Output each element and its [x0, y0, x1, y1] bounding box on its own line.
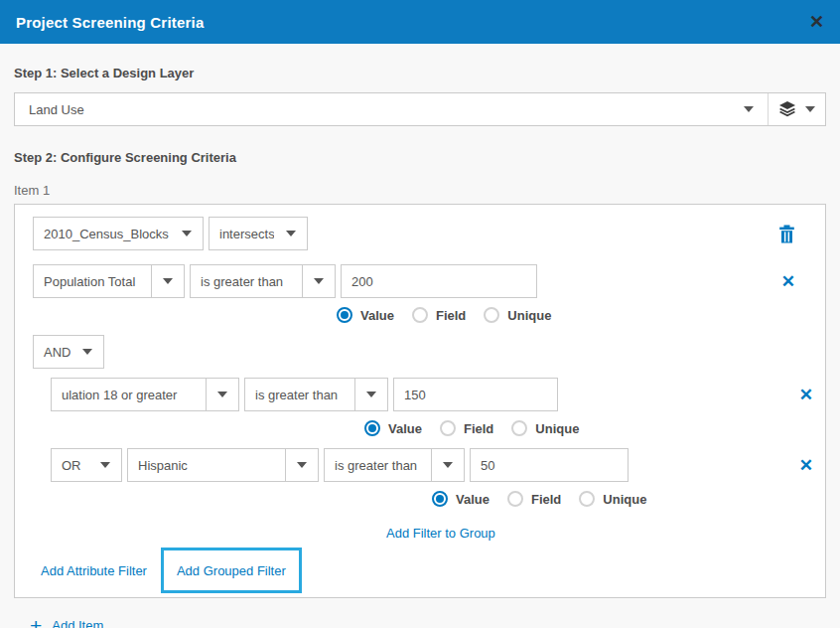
filter1-operator-value: is greater than: [191, 265, 302, 297]
radio-unselected-icon: [412, 307, 428, 323]
radio-selected-icon: [432, 491, 448, 507]
filter1-mode-radios: Value Field Unique: [337, 307, 807, 323]
project-screening-dialog: Project Screening Criteria ✕ Step 1: Sel…: [0, 0, 840, 628]
add-grouped-filter-link[interactable]: Add Grouped Filter: [177, 563, 286, 578]
group-filter1-operator-value: is greater than: [245, 379, 354, 410]
radio-unselected-icon: [511, 420, 527, 436]
radio-unique-label: Unique: [603, 492, 646, 507]
radio-field[interactable]: Field: [440, 420, 493, 436]
radio-unselected-icon: [507, 491, 523, 507]
group-filter2-conjunction-select[interactable]: OR: [51, 448, 122, 482]
radio-field-label: Field: [531, 492, 561, 507]
radio-field[interactable]: Field: [507, 491, 561, 507]
step1-label: Step 1: Select a Design Layer: [14, 66, 826, 80]
delete-item-button[interactable]: [778, 225, 795, 243]
chevron-down-icon: [805, 106, 815, 112]
add-item-row[interactable]: + Add Item: [30, 615, 826, 628]
spatial-filter-row: 2010_Census_Blocks intersects: [33, 217, 807, 250]
chevron-down-icon: [302, 265, 335, 297]
chevron-down-icon: [744, 106, 754, 112]
census-layer-value: 2010_Census_Blocks: [34, 218, 170, 249]
add-item-link[interactable]: Add Item: [52, 618, 103, 628]
dialog-title: Project Screening Criteria: [16, 14, 204, 31]
dialog-body: Step 1: Select a Design Layer Land Use S…: [0, 66, 840, 628]
chevron-down-icon: [170, 218, 203, 249]
filter1-value-input[interactable]: [341, 264, 537, 298]
x-icon: ✕: [799, 387, 813, 403]
group-filter2-operator-select[interactable]: is greater than: [324, 448, 465, 482]
plus-icon: +: [30, 615, 42, 628]
close-icon[interactable]: ✕: [809, 13, 824, 31]
group-filter2-mode-radios: Value Field Unique: [432, 491, 807, 507]
filter-links-row: Add Attribute Filter Add Grouped Filter: [41, 548, 807, 593]
conjunction-row: AND: [33, 335, 807, 369]
radio-selected-icon: [337, 307, 352, 323]
radio-value[interactable]: Value: [364, 420, 422, 436]
step2-label: Step 2: Configure Screening Criteria: [14, 150, 826, 165]
remove-filter1-button[interactable]: ✕: [781, 273, 795, 290]
x-icon: ✕: [781, 273, 795, 290]
add-attribute-filter-link[interactable]: Add Attribute Filter: [41, 563, 147, 578]
group-filter2-operator-value: is greater than: [325, 449, 431, 481]
radio-unique[interactable]: Unique: [511, 420, 579, 436]
conjunction-value: AND: [34, 336, 70, 368]
group-filter2-value-input[interactable]: [470, 448, 629, 482]
group-filter1-mode-radios: Value Field Unique: [364, 420, 807, 436]
item-card: 2010_Census_Blocks intersects: [14, 204, 826, 598]
design-layer-select-row: Land Use: [14, 92, 826, 126]
radio-unique[interactable]: Unique: [484, 307, 551, 323]
group-filter1-field-value: ulation 18 or greater: [52, 379, 206, 410]
radio-unselected-icon: [579, 491, 595, 507]
chevron-down-icon: [354, 379, 387, 410]
census-layer-select[interactable]: 2010_Census_Blocks: [33, 217, 204, 250]
spatial-operator-select[interactable]: intersects: [209, 217, 308, 250]
chevron-down-icon: [285, 449, 318, 481]
filter1-field-select[interactable]: Population Total: [33, 264, 185, 298]
remove-group-filter2-button[interactable]: ✕: [799, 457, 813, 474]
radio-value-label: Value: [388, 421, 422, 436]
radio-unique-label: Unique: [535, 421, 579, 436]
radio-value[interactable]: Value: [432, 491, 490, 507]
radio-field-label: Field: [436, 308, 466, 323]
radio-value-label: Value: [360, 308, 394, 323]
group-filter1-field-select[interactable]: ulation 18 or greater: [51, 378, 239, 411]
radio-unselected-icon: [484, 307, 499, 323]
layers-icon: [778, 101, 796, 117]
group-filter2-field-value: Hispanic: [128, 449, 285, 481]
group-filter1-row: ulation 18 or greater is greater than ✕: [51, 378, 807, 411]
radio-field-label: Field: [464, 421, 493, 436]
radio-unique-label: Unique: [507, 308, 551, 323]
group-filter2-field-select[interactable]: Hispanic: [127, 448, 319, 482]
layer-options-button[interactable]: [768, 93, 825, 125]
dialog-header: Project Screening Criteria ✕: [0, 0, 840, 44]
group-filter1-operator-select[interactable]: is greater than: [244, 378, 388, 411]
design-layer-value: Land Use: [29, 102, 84, 117]
attribute-filter-row: Population Total is greater than ✕: [33, 264, 807, 298]
radio-selected-icon: [364, 420, 380, 436]
chevron-down-icon: [431, 449, 464, 481]
add-filter-to-group-row: Add Filter to Group: [386, 524, 807, 542]
add-filter-to-group-link[interactable]: Add Filter to Group: [386, 526, 495, 541]
radio-value[interactable]: Value: [337, 307, 394, 323]
chevron-down-icon: [206, 379, 238, 410]
group-filter2-row: OR Hispanic is greater than ✕: [51, 448, 807, 482]
design-layer-select[interactable]: Land Use: [15, 93, 768, 125]
chevron-down-icon: [274, 218, 307, 249]
group-filter1-value-input[interactable]: [393, 378, 558, 411]
grouped-filters: ulation 18 or greater is greater than ✕: [51, 378, 807, 542]
highlight-box: Add Grouped Filter: [161, 548, 302, 593]
radio-unique[interactable]: Unique: [579, 491, 646, 507]
group-filter2-conjunction-value: OR: [52, 449, 88, 481]
radio-unselected-icon: [440, 420, 456, 436]
trash-icon: [778, 225, 795, 243]
conjunction-select[interactable]: AND: [33, 335, 104, 369]
item-label: Item 1: [14, 183, 826, 198]
spatial-operator-value: intersects: [210, 218, 274, 249]
x-icon: ✕: [799, 457, 813, 474]
filter1-operator-select[interactable]: is greater than: [190, 264, 336, 298]
radio-field[interactable]: Field: [412, 307, 466, 323]
chevron-down-icon: [88, 449, 121, 481]
filter1-field-value: Population Total: [34, 265, 151, 297]
remove-group-filter1-button[interactable]: ✕: [799, 387, 813, 403]
chevron-down-icon: [151, 265, 184, 297]
